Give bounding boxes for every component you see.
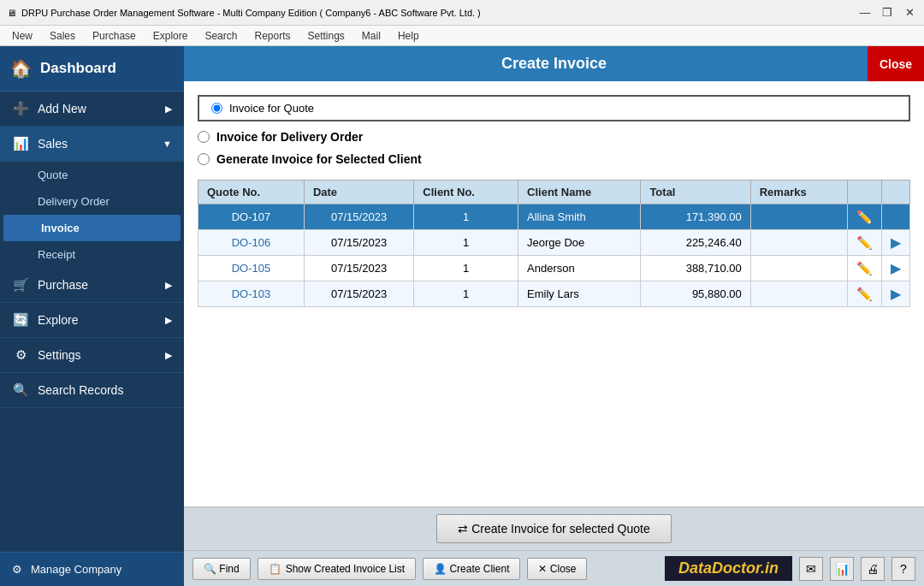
home-icon: 🏠 [10,58,32,79]
cell-date: 07/15/2023 [304,281,413,307]
show-invoice-label: Show Created Invoice List [286,563,405,575]
navigate-button[interactable]: ▶ [891,234,901,251]
explore-label: Explore [38,313,78,327]
menu-item-mail[interactable]: Mail [353,28,389,44]
cell-client-name: Jeorge Doe [518,230,641,256]
navigate-button[interactable]: ▶ [891,209,901,225]
menu-bar: NewSalesPurchaseExploreSearchReportsSett… [0,26,924,46]
cell-remarks [750,281,847,307]
table-row[interactable]: DO-105 07/15/2023 1 Anderson 388,710.00 … [198,256,910,281]
close-button[interactable]: Close [868,46,924,81]
cell-edit[interactable]: ✏️ [848,281,882,307]
col-client-no: Client No. [414,181,518,204]
navigate-button[interactable]: ▶ [891,260,901,276]
sidebar-item-explore[interactable]: 🔄 Explore ▶ [0,303,184,338]
radio-invoice-quote[interactable] [211,103,222,114]
menu-item-search[interactable]: Search [196,28,246,44]
window-controls: — ❐ ✕ [857,5,917,21]
sidebar-sub-item-invoice[interactable]: Invoice [3,215,181,241]
col-remarks: Remarks [750,181,847,204]
menu-item-purchase[interactable]: Purchase [84,28,145,44]
radio-invoice-delivery-option[interactable]: Invoice for Delivery Order [198,130,910,144]
minimize-button[interactable]: — [857,5,873,21]
table-row[interactable]: DO-107 07/15/2023 1 Allina Smith 171,390… [198,204,910,230]
email-icon-button[interactable]: ✉ [799,557,823,581]
menu-item-settings[interactable]: Settings [299,28,353,44]
menu-item-sales[interactable]: Sales [41,28,84,44]
show-invoice-list-button[interactable]: 📋 Show Created Invoice List [258,558,416,580]
cell-nav[interactable]: ▶ [882,281,910,307]
edit-button[interactable]: ✏️ [856,210,873,225]
sidebar: 🏠 Dashboard ➕ Add New ▶ 📊 Sales ▼ Quote … [0,46,184,586]
close-toolbar-button[interactable]: ✕ Close [527,558,587,580]
cell-client-no: 1 [414,281,518,307]
cell-client-name: Emily Lars [518,281,641,307]
footer-bar: ⇄ Create Invoice for selected Quote [184,506,924,550]
add-new-label: Add New [38,102,86,115]
create-invoice-button[interactable]: ⇄ Create Invoice for selected Quote [436,514,671,543]
manage-company[interactable]: ⚙ Manage Company [0,552,184,586]
cell-nav[interactable]: ▶ [882,204,910,230]
sidebar-header[interactable]: 🏠 Dashboard [0,46,184,92]
sidebar-item-settings[interactable]: ⚙ Settings ▶ [0,338,184,373]
cell-total: 171,390.00 [641,204,750,230]
cell-edit[interactable]: ✏️ [848,204,882,230]
sidebar-sub-item-delivery-order[interactable]: Delivery Order [0,188,184,215]
help-icon-button[interactable]: ? [891,557,915,581]
cell-edit[interactable]: ✏️ [848,230,882,256]
excel-icon-button[interactable]: 📊 [830,557,854,581]
col-nav [882,181,910,204]
navigate-button[interactable]: ▶ [891,286,901,302]
find-button[interactable]: 🔍 Find [192,558,251,580]
col-total: Total [641,181,750,204]
settings-label: Settings [38,348,81,362]
cell-client-no: 1 [414,256,518,281]
cell-nav[interactable]: ▶ [882,256,910,281]
maximize-button[interactable]: ❐ [880,5,895,21]
edit-button[interactable]: ✏️ [856,235,873,251]
edit-button[interactable]: ✏️ [856,261,873,276]
cell-date: 07/15/2023 [304,256,413,281]
col-quote-no: Quote No. [198,181,305,204]
search-records-icon: 🔍 [12,382,29,398]
sidebar-sub-item-quote[interactable]: Quote [0,162,184,188]
sidebar-item-purchase[interactable]: 🛒 Purchase ▶ [0,268,184,303]
radio-invoice-quote-label: Invoice for Quote [229,102,314,115]
radio-generate-invoice-option[interactable]: Generate Invoice for Selected Client [198,152,910,166]
radio-invoice-delivery[interactable] [198,131,210,143]
sales-icon: 📊 [12,136,29,151]
content-header: Create Invoice Close [184,46,924,81]
cell-nav[interactable]: ▶ [882,230,910,256]
close-window-button[interactable]: ✕ [902,5,917,21]
cell-edit[interactable]: ✏️ [848,256,882,281]
menu-item-new[interactable]: New [3,28,41,44]
page-title: Create Invoice [501,55,607,73]
add-new-arrow: ▶ [165,104,172,115]
menu-item-explore[interactable]: Explore [145,28,197,44]
table-row[interactable]: DO-106 07/15/2023 1 Jeorge Doe 225,246.4… [198,230,910,256]
purchase-icon: 🛒 [12,277,29,293]
sidebar-item-add-new[interactable]: ➕ Add New ▶ [0,92,184,127]
cell-client-name: Anderson [518,256,641,281]
window-title: 🖥 DRPU Purchase Order Management Softwar… [7,8,481,18]
edit-button[interactable]: ✏️ [856,287,873,302]
col-date: Date [304,181,413,204]
menu-item-reports[interactable]: Reports [246,28,299,44]
add-new-icon: ➕ [12,101,29,116]
create-client-button[interactable]: 👤 Create Client [423,558,520,580]
sidebar-item-sales[interactable]: 📊 Sales ▼ [0,127,184,162]
sidebar-sub-item-receipt[interactable]: Receipt [0,241,184,268]
content-body: Invoice for Quote Invoice for Delivery O… [184,81,924,506]
invoice-label: Invoice [41,222,80,234]
table-row[interactable]: DO-103 07/15/2023 1 Emily Lars 95,880.00… [198,281,910,307]
manage-icon: ⚙ [12,563,22,576]
radio-invoice-quote-box[interactable]: Invoice for Quote [198,95,910,121]
cell-total: 388,710.00 [641,256,750,281]
col-edit [848,181,882,204]
radio-generate-invoice[interactable] [198,153,210,165]
dashboard-label: Dashboard [40,60,116,77]
cell-quote-no: DO-105 [198,256,305,281]
print-icon-button[interactable]: 🖨 [861,557,885,581]
sidebar-item-search-records[interactable]: 🔍 Search Records [0,373,184,408]
menu-item-help[interactable]: Help [389,28,428,44]
